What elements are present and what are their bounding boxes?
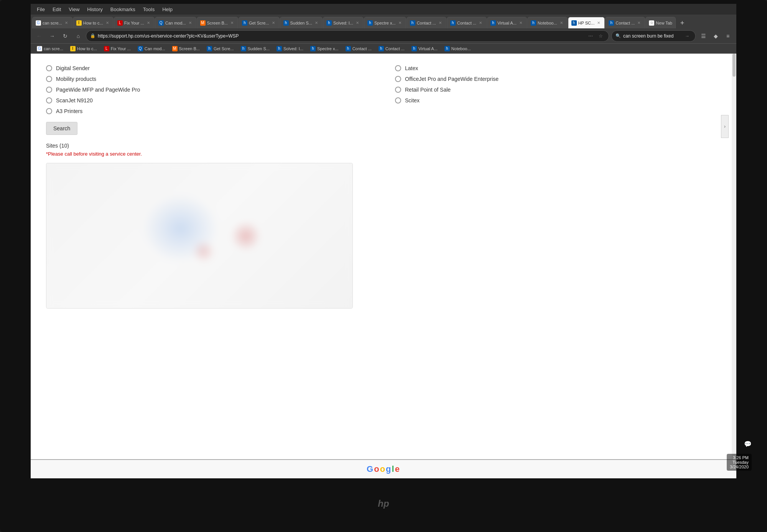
tab-close-3[interactable]: ✕ bbox=[188, 20, 193, 26]
radio-circle-1[interactable] bbox=[46, 76, 52, 82]
tab-close-9[interactable]: ✕ bbox=[438, 20, 443, 26]
radio-circle-r0[interactable] bbox=[395, 65, 401, 71]
tab-favicon-11: h bbox=[490, 20, 496, 26]
sidebar-button[interactable]: ◆ bbox=[710, 31, 721, 41]
search-button[interactable]: Search bbox=[46, 122, 77, 135]
tab-close-6[interactable]: ✕ bbox=[314, 20, 319, 26]
reader-view-button[interactable]: ⋯ bbox=[586, 32, 595, 40]
tab-screen-b[interactable]: M Screen B... ✕ bbox=[197, 17, 238, 28]
scrollbar-thumb[interactable] bbox=[732, 54, 736, 77]
radio-officejet[interactable]: OfficeJet Pro and PageWide Enterprise bbox=[395, 76, 721, 82]
tab-notebook[interactable]: h Noteboo... ✕ bbox=[527, 17, 568, 28]
tab-contact3[interactable]: h Contact ... ✕ bbox=[605, 17, 645, 28]
google-l: l bbox=[392, 464, 395, 474]
bookmark-1[interactable]: I How to c... bbox=[67, 45, 100, 52]
bookmark-favicon-8: h bbox=[310, 46, 316, 51]
radio-scanjet[interactable]: ScanJet N9120 bbox=[46, 97, 372, 103]
menu-help[interactable]: Help bbox=[159, 6, 176, 13]
radio-mobility[interactable]: Mobility products bbox=[46, 76, 372, 82]
address-bar[interactable]: 🔒 ⋯ ☆ bbox=[86, 30, 609, 42]
bookmark-0[interactable]: G can scre... bbox=[34, 45, 66, 52]
tab-spectre[interactable]: h Spectre x... ✕ bbox=[364, 17, 406, 28]
menu-view[interactable]: View bbox=[66, 6, 82, 13]
bookmark-12[interactable]: h Noteboo... bbox=[441, 45, 474, 52]
search-go-button[interactable]: → bbox=[683, 32, 691, 40]
radio-pagewide[interactable]: PageWide MFP and PageWide Pro bbox=[46, 87, 372, 93]
bookmark-page-button[interactable]: ☆ bbox=[596, 32, 605, 40]
bookmark-6[interactable]: h Sudden S... bbox=[238, 45, 273, 52]
tab-sudden[interactable]: h Sudden S... ✕ bbox=[280, 17, 323, 28]
tab-new-tab[interactable]: ☆ New Tab bbox=[645, 17, 676, 28]
bookmark-9[interactable]: h Contact ... bbox=[342, 45, 375, 52]
bookmark-8[interactable]: h Spectre x... bbox=[307, 45, 342, 52]
radio-circle-0[interactable] bbox=[46, 65, 52, 71]
tab-solved[interactable]: h Solved: I... ✕ bbox=[323, 17, 364, 28]
radio-circle-r3[interactable] bbox=[395, 97, 401, 103]
overflow-button[interactable]: ≡ bbox=[723, 31, 733, 41]
tab-close-4[interactable]: ✕ bbox=[229, 20, 235, 26]
tab-close-12[interactable]: ✕ bbox=[559, 20, 564, 26]
forward-button[interactable]: → bbox=[47, 31, 58, 41]
notification-icon[interactable]: 💬 bbox=[744, 440, 752, 448]
bookmark-favicon-2: L bbox=[104, 46, 109, 51]
menu-edit[interactable]: Edit bbox=[49, 6, 64, 13]
tab-favicon-13: h bbox=[571, 20, 577, 26]
radio-retail[interactable]: Retail Point of Sale bbox=[395, 87, 721, 93]
menu-file[interactable]: File bbox=[34, 6, 48, 13]
reload-button[interactable]: ↻ bbox=[60, 31, 71, 41]
radio-label-r0: Latex bbox=[405, 65, 418, 71]
bookmark-10[interactable]: h Contact ... bbox=[375, 45, 408, 52]
bookmark-11[interactable]: h Virtual A... bbox=[408, 45, 441, 52]
radio-scitex[interactable]: Scitex bbox=[395, 97, 721, 103]
bookmark-2[interactable]: L Fix Your ... bbox=[101, 45, 134, 52]
menu-history[interactable]: History bbox=[84, 6, 105, 13]
menu-tools[interactable]: Tools bbox=[140, 6, 158, 13]
address-input[interactable] bbox=[98, 33, 584, 39]
tab-close-2[interactable]: ✕ bbox=[146, 20, 151, 26]
container-icon[interactable]: ☰ bbox=[698, 31, 709, 41]
back-button[interactable]: ← bbox=[34, 31, 44, 41]
tab-fix-your[interactable]: L Fix Your ... ✕ bbox=[114, 17, 155, 28]
bookmark-7[interactable]: h Solved: I... bbox=[273, 45, 306, 52]
tab-close-14[interactable]: ✕ bbox=[636, 20, 642, 26]
radio-a3-printers[interactable]: A3 Printers bbox=[46, 108, 372, 114]
home-button[interactable]: ⌂ bbox=[73, 31, 84, 41]
tab-virtual[interactable]: h Virtual A... ✕ bbox=[487, 17, 527, 28]
new-tab-button[interactable]: + bbox=[677, 18, 688, 28]
tab-get-scre[interactable]: h Get Scre... ✕ bbox=[239, 17, 280, 28]
tab-close-11[interactable]: ✕ bbox=[518, 20, 523, 26]
tab-close-1[interactable]: ✕ bbox=[105, 20, 110, 26]
radio-circle-r1[interactable] bbox=[395, 76, 401, 82]
menu-bookmarks[interactable]: Bookmarks bbox=[107, 6, 138, 13]
tab-favicon-2: L bbox=[117, 20, 123, 26]
radio-latex[interactable]: Latex bbox=[395, 65, 721, 71]
tab-favicon-9: h bbox=[410, 20, 415, 26]
tab-close-8[interactable]: ✕ bbox=[397, 20, 403, 26]
radio-circle-2[interactable] bbox=[46, 87, 52, 93]
radio-circle-3[interactable] bbox=[46, 97, 52, 103]
tab-close-10[interactable]: ✕ bbox=[478, 20, 483, 26]
menu-bar: File Edit View History Bookmarks Tools H… bbox=[31, 4, 736, 15]
search-input[interactable] bbox=[623, 33, 681, 39]
sites-count: Sites (10) bbox=[46, 143, 721, 149]
tab-how-to[interactable]: I How to c... ✕ bbox=[73, 17, 114, 28]
radio-circle-r2[interactable] bbox=[395, 87, 401, 93]
tab-can-scre[interactable]: G can scre... ✕ bbox=[32, 17, 72, 28]
bookmark-3[interactable]: Q Can mod... bbox=[135, 45, 168, 52]
tab-hp-sc[interactable]: h HP SC... ✕ bbox=[568, 17, 605, 28]
tab-close-7[interactable]: ✕ bbox=[355, 20, 360, 26]
bookmark-4[interactable]: M Screen B... bbox=[169, 45, 203, 52]
tab-label-9: Contact ... bbox=[417, 21, 436, 25]
tab-close-0[interactable]: ✕ bbox=[64, 20, 69, 26]
tab-can-mod[interactable]: Q Can mod... ✕ bbox=[155, 17, 196, 28]
tab-close-13[interactable]: ✕ bbox=[596, 20, 601, 26]
sidebar-expand-button[interactable]: › bbox=[721, 115, 729, 138]
tab-close-5[interactable]: ✕ bbox=[271, 20, 276, 26]
radio-digital-sender[interactable]: Digital Sender bbox=[46, 65, 372, 71]
tab-contact2[interactable]: h Contact ... ✕ bbox=[447, 17, 487, 28]
tab-contact1[interactable]: h Contact ... ✕ bbox=[407, 17, 446, 28]
search-bar[interactable]: 🔍 → bbox=[611, 30, 696, 42]
bookmark-5[interactable]: h Get Scre... bbox=[204, 45, 237, 52]
radio-circle-4[interactable] bbox=[46, 108, 52, 114]
bookmark-favicon-12: h bbox=[444, 46, 450, 51]
